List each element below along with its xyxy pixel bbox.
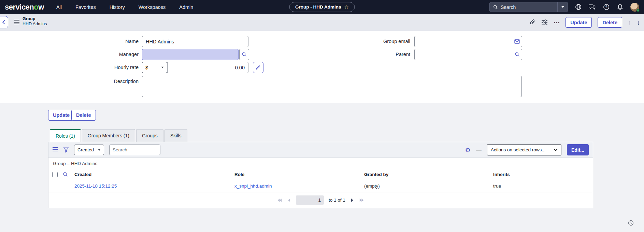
chevron-down-icon (161, 67, 164, 68)
presence-status-dot (636, 9, 640, 12)
manager-field[interactable] (142, 49, 239, 60)
gear-icon[interactable]: ⚙ (465, 147, 471, 153)
related-lists-section: Update Delete Roles (1) Group Members (1… (0, 103, 644, 232)
group-email-field[interactable] (414, 36, 512, 47)
cell-inherits: true (493, 180, 501, 192)
user-avatar[interactable] (630, 3, 639, 12)
parent-lookup-button[interactable] (512, 49, 522, 60)
filter-funnel-icon[interactable] (63, 147, 69, 153)
nav-all[interactable]: All (56, 4, 62, 10)
description-field[interactable] (142, 76, 522, 97)
list-context-menu-icon[interactable] (53, 147, 58, 152)
response-time-clock-icon[interactable] (628, 220, 634, 227)
list-pagination: 1 to 1 of 1 (48, 192, 593, 208)
update-button-form[interactable]: Update (48, 110, 74, 121)
last-page-icon[interactable] (359, 198, 364, 203)
context-pill[interactable]: Group - HHD Admins ☆ (289, 2, 355, 12)
previous-record-icon[interactable]: ↑ (628, 19, 631, 26)
column-header-granted-by[interactable]: Granted by (364, 169, 388, 180)
list-search-input[interactable] (109, 145, 160, 155)
nav-favorites[interactable]: Favorites (75, 4, 96, 10)
hourly-rate-edit-button[interactable] (253, 62, 263, 73)
servicenow-logo[interactable]: servicenow (5, 3, 44, 12)
hourly-rate-field[interactable] (167, 62, 248, 73)
favorite-star-icon[interactable]: ☆ (344, 4, 349, 10)
select-all-checkbox[interactable] (52, 172, 58, 177)
search-scope-dropdown[interactable] (557, 2, 568, 12)
roles-list-card: Created ⚙ — Actions on selected rows... … (48, 142, 593, 208)
envelope-icon (514, 39, 520, 44)
notifications-bell-icon[interactable] (616, 3, 624, 11)
pagination-range-text: to 1 of 1 (329, 197, 345, 203)
group-email-button[interactable] (512, 36, 522, 47)
group-email-label: Group email (345, 36, 410, 47)
column-header-inherits[interactable]: Inherits (493, 169, 510, 180)
edit-button[interactable]: Edit... (567, 144, 589, 155)
column-header-created[interactable]: Created (74, 169, 91, 180)
chevron-down-icon (98, 149, 101, 151)
name-field[interactable] (142, 36, 248, 47)
nav-admin[interactable]: Admin (179, 4, 193, 10)
page-number-input[interactable]: 1 (296, 195, 324, 205)
collapse-list-icon[interactable]: — (476, 147, 482, 153)
chat-icon[interactable] (588, 3, 596, 11)
related-list-tabs: Roles (1) Group Members (1) Groups Skill… (50, 129, 187, 142)
list-breadcrumb[interactable]: Group = HHD Admins (48, 158, 593, 169)
search-column-value: Created (77, 147, 94, 152)
search-column-select[interactable]: Created (74, 145, 104, 155)
top-header: servicenow All Favorites History Workspa… (0, 0, 644, 14)
tab-group-members[interactable]: Group Members (1) (82, 129, 135, 142)
back-button[interactable] (0, 16, 8, 28)
more-actions-icon[interactable]: ⋯ (554, 19, 560, 26)
tab-roles[interactable]: Roles (1) (50, 129, 81, 142)
chevron-left-icon (2, 20, 5, 25)
help-icon[interactable]: ? (602, 3, 610, 11)
next-record-icon[interactable]: ↓ (637, 19, 640, 26)
logo-accent-o: o (34, 3, 38, 11)
delete-button-form[interactable]: Delete (71, 110, 96, 121)
attachment-paperclip-icon[interactable] (529, 19, 535, 26)
global-search-input[interactable]: Search (490, 2, 557, 12)
tab-groups[interactable]: Groups (136, 129, 163, 142)
delete-button-header[interactable]: Delete (598, 17, 622, 28)
global-search-placeholder: Search (501, 4, 516, 10)
column-header-role[interactable]: Role (234, 169, 244, 180)
global-search: Search (489, 2, 568, 12)
next-page-icon[interactable] (350, 198, 354, 203)
manager-lookup-button[interactable] (239, 49, 249, 60)
toolbar-right: ⚙ — Actions on selected rows... Edit... (465, 144, 589, 155)
role-link[interactable]: x_snpi_hhd.admin (234, 183, 272, 189)
form-context-menu-icon[interactable] (14, 20, 19, 26)
name-label: Name (74, 36, 139, 47)
record-table-label: Group (23, 16, 47, 22)
description-label: Description (74, 79, 139, 84)
group-form: Name Manager Hourly rate $ Description G… (0, 31, 644, 103)
first-page-icon[interactable] (277, 198, 282, 203)
hourly-rate-label: Hourly rate (74, 62, 139, 73)
currency-symbol: $ (145, 65, 148, 70)
update-button-header[interactable]: Update (566, 17, 592, 28)
globe-icon[interactable] (574, 3, 582, 11)
search-icon (515, 52, 520, 57)
nav-workspaces[interactable]: Workspaces (139, 4, 166, 10)
logo-text-suffix: w (38, 3, 44, 11)
currency-select[interactable]: $ (142, 62, 167, 73)
cell-role: x_snpi_hhd.admin (234, 180, 272, 192)
parent-field[interactable] (414, 49, 512, 60)
search-icon (493, 5, 498, 10)
actions-select-value: Actions on selected rows... (491, 147, 546, 152)
previous-page-icon[interactable] (287, 198, 291, 203)
search-icon (242, 52, 247, 57)
header-right-cluster: Search ? (489, 2, 639, 12)
record-name-label: HHD Admins (23, 22, 47, 27)
personalize-sliders-icon[interactable] (541, 19, 548, 25)
list-toolbar: Created ⚙ — Actions on selected rows... … (48, 142, 593, 158)
manager-label: Manager (74, 49, 139, 60)
created-link[interactable]: 2025-11-18 15:12:25 (74, 183, 117, 189)
actions-select[interactable]: Actions on selected rows... (487, 144, 561, 155)
svg-text:?: ? (605, 5, 607, 9)
chevron-down-icon (561, 6, 564, 8)
nav-history[interactable]: History (110, 4, 125, 10)
tab-skills[interactable]: Skills (164, 129, 187, 142)
column-search-icon[interactable] (63, 172, 68, 177)
